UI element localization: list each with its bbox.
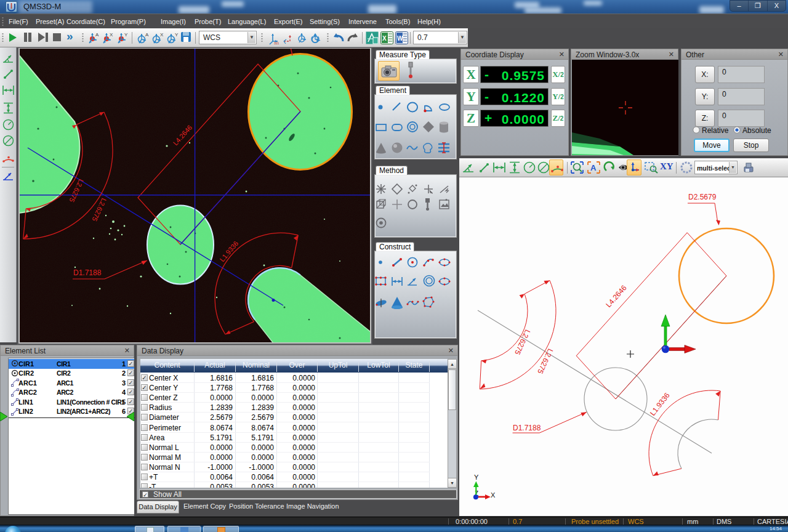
svg-text:A: A: [145, 32, 149, 38]
svg-text:A: A: [590, 163, 597, 172]
svg-text:D1.7188: D1.7188: [513, 424, 541, 432]
svg-text:321: 321: [274, 41, 279, 45]
svg-text:Y: Y: [175, 32, 179, 38]
svg-text:Y: Y: [474, 474, 479, 481]
svg-text:D1.7188: D1.7188: [73, 268, 102, 277]
svg-text:X: X: [491, 491, 496, 499]
svg-text:X: X: [110, 32, 113, 38]
svg-text:A: A: [95, 32, 99, 38]
svg-text:Absolute: Absolute: [742, 126, 771, 135]
svg-text:D2.5679: D2.5679: [688, 193, 717, 201]
svg-text:Relative: Relative: [702, 126, 729, 135]
svg-text:X: X: [382, 35, 387, 42]
svg-text:W: W: [397, 35, 403, 42]
svg-text:Y: Y: [124, 32, 128, 38]
svg-text:X: X: [160, 32, 164, 38]
